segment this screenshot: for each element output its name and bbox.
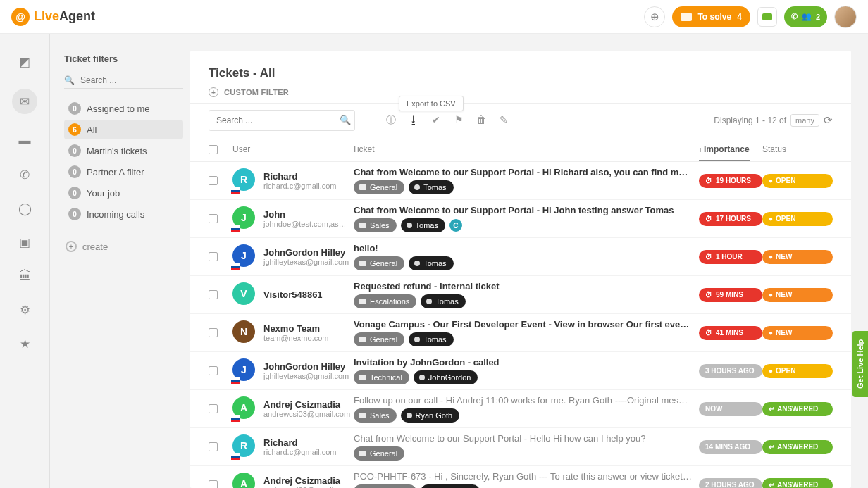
logo[interactable]: @ LiveAgent: [11, 8, 95, 26]
user-avatar: N: [232, 320, 258, 346]
department-chip[interactable]: Technical: [354, 370, 409, 384]
clock-icon: [705, 177, 712, 184]
row-checkbox[interactable]: [209, 404, 218, 413]
col-user[interactable]: User: [232, 144, 352, 154]
ticket-row[interactable]: N Nexmo Team team@nexmo.com Vonage Campu…: [190, 314, 851, 352]
folder-icon: [359, 184, 366, 190]
custom-filter-button[interactable]: + CUSTOM FILTER: [209, 87, 833, 97]
nav-calls[interactable]: ✆: [17, 168, 32, 182]
user-name: Visitor548861: [264, 289, 354, 300]
department-chip[interactable]: Sales: [354, 408, 397, 423]
ticket-row[interactable]: R Richard richard.c@gmail.com Chat from …: [190, 162, 851, 200]
agent-chip[interactable]: Tomas: [401, 218, 445, 232]
department-chip[interactable]: General: [354, 256, 404, 270]
agent-chip[interactable]: Tomas: [409, 256, 453, 270]
agent-chip[interactable]: Ryan Goth: [421, 484, 480, 488]
agent-chip[interactable]: Ryan Goth: [401, 408, 460, 423]
agent-chip[interactable]: Tomas: [409, 332, 453, 346]
circle-icon: ◯: [18, 201, 32, 216]
ticket-subject: POO-PHHTF-673 - Hi , Sincerely, Ryan Got…: [354, 471, 692, 482]
department-chip[interactable]: Escalations: [354, 294, 416, 308]
col-status[interactable]: Status: [762, 144, 833, 154]
ticket-row[interactable]: R Richard richard.c@gmail.com Chat from …: [190, 428, 851, 466]
export-button[interactable]: ⭳: [404, 114, 423, 127]
nav-tickets[interactable]: ✉: [12, 89, 37, 114]
row-checkbox[interactable]: [209, 328, 218, 337]
nav-ring[interactable]: ◯: [17, 201, 32, 215]
ticket-rows: R Richard richard.c@gmail.com Chat from …: [190, 162, 851, 488]
dashboard-icon: ◩: [19, 55, 30, 70]
filter-create[interactable]: + create: [64, 241, 183, 252]
ticket-chips: GeneralTomas: [354, 332, 692, 346]
nav-chats[interactable]: ▬: [17, 134, 32, 148]
info-button[interactable]: ⓘ: [382, 114, 400, 127]
department-chip[interactable]: Sales: [354, 218, 397, 232]
top-bar: @ LiveAgent ⊕ To solve 4 ✆ 👥 2: [0, 0, 868, 34]
nav-contacts[interactable]: ▣: [17, 235, 32, 249]
ticket-subject: Chat from Welcome to our Support Portal …: [354, 205, 692, 215]
user-avatar[interactable]: [834, 6, 857, 28]
filter-item[interactable]: 0Partner A filter: [64, 162, 183, 182]
nav-dashboard[interactable]: ◩: [17, 55, 32, 69]
add-button[interactable]: ⊕: [644, 6, 665, 27]
row-checkbox[interactable]: [209, 480, 218, 488]
ticket-row[interactable]: A Andrej Csizmadia andrewcsi03@gmail.com…: [190, 466, 851, 488]
ticket-row[interactable]: J John johndoe@test.com,as@t… Chat from …: [190, 200, 851, 238]
filter-item[interactable]: 0Martin's tickets: [64, 141, 183, 161]
filter-search[interactable]: 🔍: [64, 73, 183, 89]
to-solve-button[interactable]: To solve 4: [672, 6, 750, 27]
flame-icon: ⚑: [454, 114, 464, 125]
extra-chip[interactable]: C: [450, 219, 462, 232]
department-chip[interactable]: General: [354, 332, 404, 346]
row-checkbox[interactable]: [209, 290, 218, 299]
live-help-tab[interactable]: Get Live Help: [852, 331, 868, 397]
ticket-row[interactable]: V Visitor548861 Requested refund - Inter…: [190, 276, 851, 314]
filter-count: 0: [68, 187, 81, 199]
time-badge: 17 HOURS: [699, 212, 762, 226]
nav-kb[interactable]: 🏛: [17, 269, 32, 283]
nav-settings[interactable]: ⚙: [17, 303, 32, 317]
top-actions: ⊕ To solve 4 ✆ 👥 2: [644, 6, 857, 28]
resolve-button[interactable]: ✔: [427, 114, 445, 127]
filter-item[interactable]: 0Incoming calls: [64, 204, 183, 224]
department-chip[interactable]: General: [354, 180, 404, 194]
display-count: Displaying 1 - 12 of many ⟳: [714, 114, 833, 127]
department-chip[interactable]: Escalations: [354, 484, 416, 488]
agent-chip[interactable]: Tomas: [409, 180, 453, 194]
row-checkbox[interactable]: [209, 366, 218, 375]
user-avatar: V: [232, 282, 258, 308]
filter-count: 0: [68, 102, 81, 115]
nav-extensions[interactable]: ★: [17, 337, 32, 351]
chat-status-button[interactable]: [757, 7, 777, 27]
select-all-checkbox[interactable]: [209, 145, 218, 154]
refresh-button[interactable]: ⟳: [824, 114, 833, 127]
row-checkbox[interactable]: [209, 442, 218, 451]
filter-item[interactable]: 0Your job: [64, 183, 183, 203]
col-ticket[interactable]: Ticket: [352, 144, 699, 154]
ticket-search-button[interactable]: 🔍: [335, 111, 354, 130]
ticket-row[interactable]: J JohnGordon Hilley jghilleytexas@gmail.…: [190, 352, 851, 390]
filter-item[interactable]: 6All: [64, 120, 183, 139]
ticket-info: Vonage Campus - Our First Developer Even…: [354, 319, 699, 346]
edit-button[interactable]: ✎: [495, 114, 513, 127]
ticket-row[interactable]: J JohnGordon Hilley jghilleytexas@gmail.…: [190, 238, 851, 276]
department-chip[interactable]: General: [354, 446, 404, 461]
filter-item[interactable]: 0Assigned to me: [64, 99, 183, 118]
filter-label: Partner A filter: [87, 167, 144, 177]
ticket-row[interactable]: A Andrej Csizmadia andrewcsi03@gmail.com…: [190, 390, 851, 428]
row-checkbox[interactable]: [209, 214, 218, 223]
call-visitors-button[interactable]: ✆ 👥 2: [784, 6, 827, 27]
row-checkbox[interactable]: [209, 252, 218, 261]
agent-chip[interactable]: JohnGordon: [414, 370, 478, 384]
agent-chip[interactable]: Tomas: [421, 294, 465, 308]
display-many[interactable]: many: [790, 114, 819, 127]
filter-search-input[interactable]: [80, 75, 186, 85]
col-importance[interactable]: ↑Importance: [699, 144, 762, 154]
delete-button[interactable]: 🗑: [472, 114, 490, 127]
filter-count: 6: [68, 123, 81, 136]
filter-heading: Ticket filters: [64, 54, 183, 64]
main-header: Tickets - All + CUSTOM FILTER: [190, 51, 851, 103]
row-checkbox[interactable]: [209, 176, 218, 185]
ticket-search-input[interactable]: [209, 115, 335, 125]
spam-button[interactable]: ⚑: [450, 114, 468, 127]
